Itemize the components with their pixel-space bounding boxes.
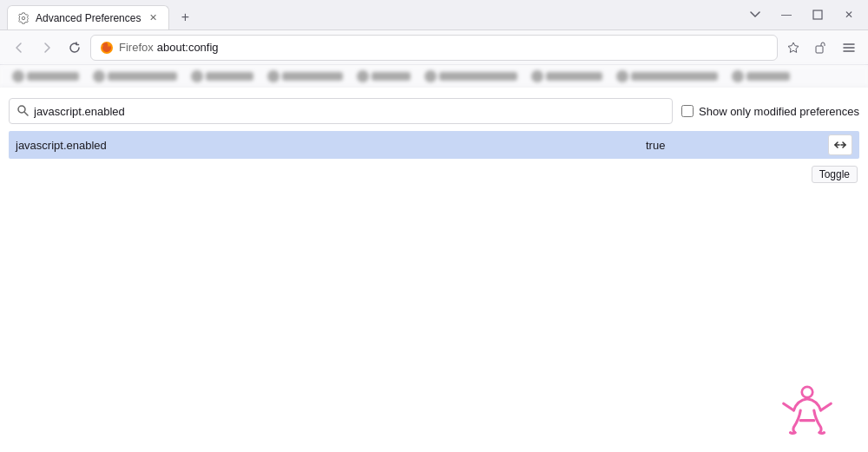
address-text: about:config (157, 41, 219, 54)
bookmarks-bar (0, 65, 868, 88)
menu-button[interactable] (837, 36, 861, 60)
back-button[interactable] (7, 36, 31, 60)
show-modified-wrapper: Show only modified preferences (681, 105, 859, 118)
svg-point-0 (22, 16, 25, 20)
watermark (773, 380, 842, 443)
toggle-button[interactable]: Toggle (812, 166, 858, 183)
svg-line-8 (25, 112, 29, 115)
bookmark-star-button[interactable] (781, 36, 806, 60)
address-url: Firefox about:config (119, 41, 768, 54)
svg-line-10 (784, 403, 794, 410)
bookmark-item (352, 69, 416, 84)
result-edit-button[interactable] (828, 134, 852, 155)
reload-button[interactable] (62, 36, 87, 60)
show-modified-checkbox[interactable] (681, 105, 694, 117)
forward-button[interactable] (35, 36, 59, 60)
address-bar[interactable]: Firefox about:config (90, 35, 778, 61)
search-wrapper[interactable] (9, 98, 673, 124)
new-tab-button[interactable]: + (173, 5, 197, 29)
tab-strip: Advanced Preferences ✕ + (7, 0, 743, 29)
toolbar: Firefox about:config (0, 30, 868, 65)
search-bar: Show only modified preferences (9, 98, 859, 124)
chevron-down-button[interactable] (743, 3, 767, 27)
show-modified-label: Show only modified preferences (699, 105, 859, 118)
extension-button[interactable] (809, 36, 833, 60)
minimize-button[interactable]: — (774, 3, 799, 27)
bookmark-item (262, 69, 348, 84)
svg-point-7 (18, 106, 25, 113)
window-controls: — ✕ (743, 3, 861, 27)
search-icon (16, 104, 29, 119)
page-content: Show only modified preferences javascrip… (0, 88, 868, 452)
bookmark-item (526, 69, 608, 84)
bookmark-item (419, 69, 523, 84)
tab-favicon-gear (16, 11, 30, 25)
svg-rect-3 (816, 46, 823, 53)
title-bar: Advanced Preferences ✕ + — ✕ (0, 0, 868, 30)
result-preference-value: true (646, 139, 819, 152)
bookmark-item (727, 69, 795, 84)
browser-brand: Firefox (119, 41, 154, 54)
bookmark-item (611, 69, 723, 84)
svg-line-11 (821, 403, 832, 410)
toggle-row: Toggle (9, 166, 859, 183)
result-preference-name: javascript.enabled (16, 139, 637, 152)
maximize-button[interactable] (806, 3, 830, 27)
tab-close-button[interactable]: ✕ (146, 11, 160, 25)
search-input[interactable] (34, 105, 665, 118)
bookmark-item (88, 69, 182, 84)
tab-title: Advanced Preferences (36, 12, 141, 24)
bookmark-item (7, 69, 84, 84)
result-row: javascript.enabled true (9, 131, 859, 159)
svg-point-9 (802, 387, 812, 397)
active-tab[interactable]: Advanced Preferences ✕ (7, 5, 169, 29)
close-button[interactable]: ✕ (837, 3, 861, 27)
svg-rect-1 (813, 10, 822, 19)
bookmark-item (186, 69, 259, 84)
